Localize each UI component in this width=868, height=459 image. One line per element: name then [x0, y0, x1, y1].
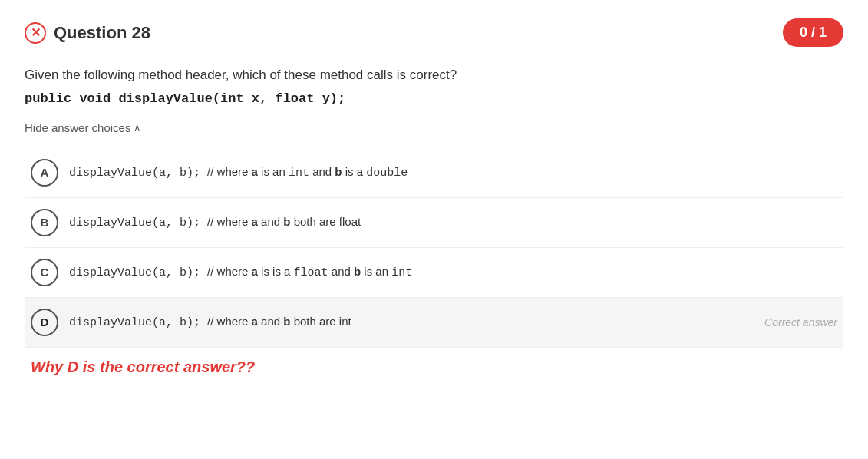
choice-text-d: displayValue(a, b); // where a and b bot…	[69, 315, 752, 329]
correct-answer-label: Correct answer	[752, 316, 837, 329]
why-answer-text[interactable]: Why D is the correct answer??	[25, 358, 843, 376]
choices-list: A displayValue(a, b); // where a is an i…	[25, 148, 843, 348]
choice-row-c[interactable]: C displayValue(a, b); // where a is is a…	[25, 248, 843, 298]
close-icon[interactable]: ✕	[25, 22, 46, 44]
question-text: Given the following method header, which…	[25, 65, 843, 85]
question-header: ✕ Question 28 0 / 1	[25, 18, 843, 47]
choice-text-c: displayValue(a, b); // where a is is a f…	[69, 265, 837, 279]
chevron-up-icon: ∧	[134, 122, 141, 134]
question-title: Question 28	[54, 23, 150, 43]
choice-row-d[interactable]: D displayValue(a, b); // where a and b b…	[25, 298, 843, 348]
choice-label-b: B	[31, 209, 58, 236]
hide-choices-toggle[interactable]: Hide answer choices ∧	[25, 121, 843, 134]
question-code: public void displayValue(int x, float y)…	[25, 91, 843, 106]
choice-label-d: D	[31, 309, 58, 336]
choice-row-a[interactable]: A displayValue(a, b); // where a is an i…	[25, 148, 843, 198]
choice-text-a: displayValue(a, b); // where a is an int…	[69, 165, 837, 180]
score-badge: 0 / 1	[783, 18, 843, 47]
choice-label-a: A	[31, 159, 58, 187]
choice-text-b: displayValue(a, b); // where a and b bot…	[69, 215, 837, 230]
choice-label-c: C	[31, 259, 58, 286]
header-left: ✕ Question 28	[25, 22, 150, 44]
choice-row-b[interactable]: B displayValue(a, b); // where a and b b…	[25, 198, 843, 248]
